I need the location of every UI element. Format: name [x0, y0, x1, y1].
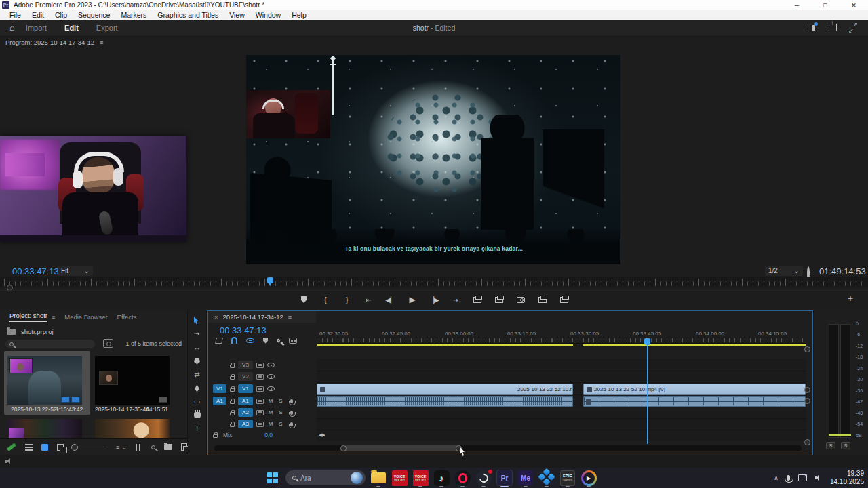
new-bin-icon[interactable]	[164, 444, 172, 450]
play-button[interactable]: ▶	[406, 293, 418, 306]
solo-button[interactable]: S	[277, 397, 284, 405]
sync-lock-icon[interactable]	[256, 422, 264, 427]
selection-tool[interactable]	[192, 316, 203, 325]
track-header-a3[interactable]: A3 M S	[213, 419, 316, 429]
track-output-icon[interactable]	[267, 374, 275, 379]
sync-lock-icon[interactable]	[256, 374, 264, 380]
track-header-a1[interactable]: A1 A1 M S	[213, 396, 316, 406]
insert-button[interactable]	[536, 293, 549, 306]
taskbar-search-input[interactable]	[300, 474, 341, 482]
workspace-switcher-icon[interactable]	[808, 24, 816, 31]
video-clip-1[interactable]: 2025-10-13 22-52-10.mp4	[317, 384, 573, 395]
menu-window[interactable]: Window	[250, 11, 286, 19]
track-resize-handle[interactable]	[804, 346, 810, 352]
zoom-handle-left[interactable]	[340, 445, 347, 451]
mute-button[interactable]: M	[267, 409, 274, 416]
program-timecode[interactable]: 00:33:47:13	[12, 266, 59, 277]
home-icon[interactable]: ⌂	[9, 22, 15, 33]
timeline-playhead[interactable]	[644, 338, 650, 345]
voicemeeter-icon[interactable]: VOICEMEETER	[391, 470, 408, 486]
file-explorer-icon[interactable]	[370, 470, 387, 486]
go-to-in-button[interactable]: ⇤	[363, 293, 375, 306]
extract-button[interactable]	[493, 293, 505, 306]
track-resize-handle[interactable]	[804, 387, 810, 393]
find-icon[interactable]	[151, 445, 155, 449]
menu-help[interactable]: Help	[286, 11, 312, 19]
sync-lock-icon[interactable]	[256, 363, 264, 368]
track-target-v2[interactable]: V2	[238, 372, 253, 381]
source-patch-v1[interactable]: V1	[213, 384, 226, 393]
voiceover-record-icon[interactable]	[290, 422, 293, 426]
menu-view[interactable]: View	[224, 11, 250, 19]
quick-export-icon[interactable]	[829, 24, 837, 31]
start-button[interactable]	[264, 470, 281, 486]
tab-export[interactable]: Export	[96, 24, 118, 32]
clip-thumbnail-1[interactable]	[7, 356, 82, 405]
solo-button[interactable]: S	[277, 409, 284, 416]
sync-lock-icon[interactable]	[256, 386, 264, 392]
tray-microphone-icon[interactable]	[787, 475, 790, 481]
fullscreen-icon[interactable]	[849, 24, 857, 32]
track-target-a3[interactable]: A3	[238, 420, 253, 428]
maximize-button[interactable]: □	[811, 0, 840, 10]
search-bin-icon[interactable]	[103, 339, 113, 348]
widgets-weather-icon[interactable]	[351, 472, 363, 484]
track-lock-icon[interactable]	[230, 424, 235, 427]
playback-resolution-dropdown[interactable]: 1/2⌄	[765, 266, 803, 276]
media-player-icon[interactable]: ▶	[580, 470, 597, 486]
track-target-v3[interactable]: V3	[238, 361, 253, 369]
tab-edit[interactable]: Edit	[64, 24, 79, 32]
menu-clip[interactable]: Clip	[50, 11, 73, 19]
tab-media-browser[interactable]: Media Browser	[64, 313, 107, 321]
freeform-view-icon[interactable]	[57, 444, 64, 451]
clip-thumbnail-3[interactable]	[7, 419, 82, 438]
menu-graphics-titles[interactable]: Graphics and Titles	[152, 11, 224, 19]
track-lock-icon[interactable]	[230, 388, 235, 392]
tab-project[interactable]: Project: shotr	[9, 312, 47, 322]
menu-edit[interactable]: Edit	[26, 11, 50, 19]
step-forward-button[interactable]: ▕▶	[428, 293, 440, 306]
linked-selection-icon[interactable]	[246, 338, 254, 343]
icon-view-icon[interactable]	[41, 444, 48, 451]
clip-name-2[interactable]: 2025-10-14 17-35-46...	[95, 406, 154, 413]
go-to-out-button[interactable]: ⇥	[450, 293, 462, 306]
track-lock-icon[interactable]	[230, 401, 235, 404]
track-lock-icon[interactable]	[230, 412, 235, 415]
automate-to-sequence-icon[interactable]	[136, 444, 143, 451]
obs-studio-icon[interactable]	[475, 470, 492, 486]
mute-button[interactable]: M	[267, 397, 274, 405]
track-select-forward-tool[interactable]: ⇢	[192, 329, 203, 338]
add-marker-icon[interactable]	[263, 338, 268, 344]
fit-dropdown[interactable]: Fit⌄	[58, 266, 93, 276]
timeline-settings-icon[interactable]	[276, 338, 281, 342]
panel-menu-icon[interactable]: ≡	[52, 314, 55, 321]
nest-sequence-icon[interactable]	[215, 338, 223, 344]
timeline-hscrollbar[interactable]	[214, 445, 802, 451]
track-target-v1[interactable]: V1	[238, 384, 253, 393]
pen-tool[interactable]	[192, 384, 203, 392]
snap-icon[interactable]	[231, 337, 237, 344]
keyframe-nav-icon[interactable]: ◀▶	[319, 432, 325, 438]
tray-expand-icon[interactable]: ∧	[774, 474, 778, 481]
add-panel-button[interactable]: +	[848, 293, 853, 304]
track-target-a2[interactable]: A2	[238, 408, 253, 417]
epic-games-icon[interactable]: EPICGAMES	[559, 470, 576, 486]
thumbnail-zoom-slider[interactable]	[73, 447, 107, 447]
voiceover-record-icon[interactable]	[290, 399, 293, 403]
tray-volume-icon[interactable]	[815, 474, 822, 481]
mix-gain-value[interactable]: 0,0	[264, 432, 273, 439]
track-lock-icon[interactable]	[230, 365, 235, 368]
track-header-v3[interactable]: V3	[213, 360, 316, 370]
mute-button[interactable]: M	[267, 420, 274, 428]
export-frame-button[interactable]	[515, 293, 527, 306]
step-back-button[interactable]: ◀▏	[384, 293, 397, 306]
media-encoder-icon[interactable]: Me	[517, 470, 534, 486]
project-search-box[interactable]	[5, 340, 95, 348]
search-input[interactable]	[16, 341, 84, 348]
tray-network-icon[interactable]	[798, 474, 807, 481]
timeline-ruler[interactable]: 00:32:30:05 00:32:45:05 00:33:00:05 00:3…	[317, 329, 806, 344]
menu-markers[interactable]: Markers	[115, 11, 152, 19]
taskbar-search[interactable]	[285, 470, 366, 485]
track-header-v2[interactable]: V2	[213, 371, 316, 382]
mix-track-header[interactable]: Mix 0,0 ◀▶	[213, 430, 511, 440]
